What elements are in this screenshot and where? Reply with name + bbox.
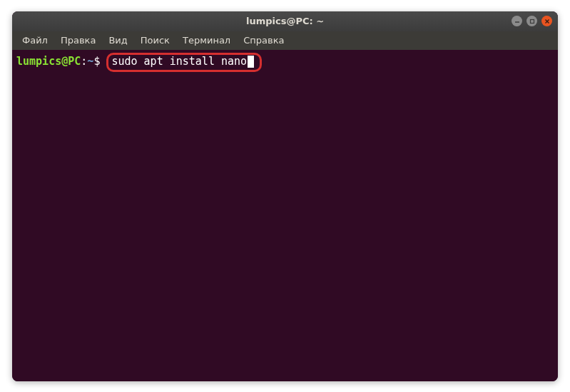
text-cursor: [248, 56, 254, 68]
menu-help[interactable]: Справка: [238, 33, 290, 48]
terminal-window: lumpics@PC: ~ Файл Правка Вид Поиск Терм…: [12, 11, 558, 381]
close-icon: [544, 19, 550, 24]
window-controls: [512, 16, 552, 26]
prompt-line: lumpics@PC:~$ sudo apt install nano: [16, 53, 554, 73]
prompt-colon: :: [81, 55, 87, 69]
minimize-icon: [514, 19, 520, 24]
svg-rect-1: [530, 19, 534, 23]
close-button[interactable]: [541, 16, 552, 26]
minimize-button[interactable]: [512, 16, 522, 26]
menu-edit[interactable]: Правка: [55, 33, 101, 48]
maximize-button[interactable]: [526, 16, 537, 26]
titlebar: lumpics@PC: ~: [12, 11, 558, 31]
prompt-path: ~: [87, 55, 93, 69]
menu-search[interactable]: Поиск: [135, 33, 175, 48]
menubar: Файл Правка Вид Поиск Терминал Справка: [12, 31, 558, 50]
menu-terminal[interactable]: Терминал: [177, 33, 236, 48]
window-title: lumpics@PC: ~: [246, 16, 324, 26]
command-highlight: sudo apt install nano: [106, 53, 262, 73]
menu-view[interactable]: Вид: [103, 33, 133, 48]
prompt-dollar: $: [93, 55, 106, 69]
command-text: sudo apt install nano: [111, 55, 247, 68]
terminal-body[interactable]: lumpics@PC:~$ sudo apt install nano: [12, 50, 558, 381]
prompt-user: lumpics@PC: [16, 55, 81, 69]
menu-file[interactable]: Файл: [16, 33, 54, 48]
maximize-icon: [529, 19, 535, 24]
